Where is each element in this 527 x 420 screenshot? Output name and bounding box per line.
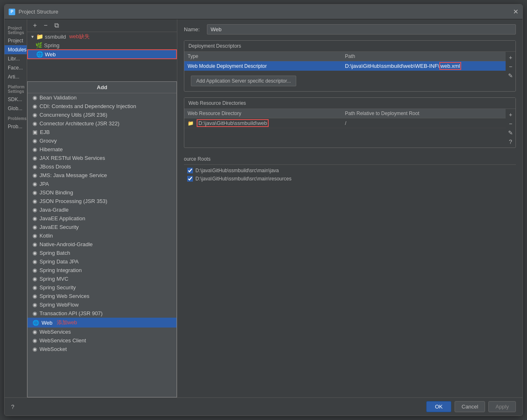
add-item-json-binding[interactable]: ◉ JSON Binding: [28, 188, 176, 197]
nav-modules[interactable]: Modules: [5, 45, 27, 54]
copy-module-button[interactable]: ⧉: [52, 21, 61, 30]
nav-artifacts[interactable]: Arti...: [5, 72, 27, 81]
jboss-icon: ◉: [33, 164, 37, 170]
nav-sidebar: Project Settings Project Modules Libr...…: [5, 19, 27, 397]
col-type: Type: [188, 53, 345, 59]
add-module-button[interactable]: +: [30, 21, 39, 30]
add-item-kotlin[interactable]: ◉ Kotlin: [28, 231, 176, 240]
nav-project[interactable]: Project: [5, 36, 27, 45]
add-item-spring-security[interactable]: ◉ Spring Security: [28, 283, 176, 292]
tree-toolbar: + − ⧉: [27, 19, 177, 32]
folder-icon: 📁: [36, 33, 43, 40]
close-button[interactable]: ✕: [513, 9, 518, 15]
module-tree: ▼ 📁 ssmbuild web缺失 🌿 Spring 🌐 Web: [27, 32, 177, 81]
spring-security-icon: ◉: [33, 284, 37, 291]
add-item-webservices[interactable]: ◉ WebServices: [28, 328, 176, 336]
apply-button[interactable]: Apply: [488, 401, 516, 412]
nav-global-libraries[interactable]: Glob...: [5, 104, 27, 113]
nav-facets[interactable]: Face...: [5, 63, 27, 72]
add-item-spring-mvc[interactable]: ◉ Spring MVC: [28, 275, 176, 283]
chevron-down-icon: ▼: [30, 35, 35, 39]
native-android-icon: ◉: [33, 241, 37, 247]
title-bar-left: P Project Structure: [9, 9, 58, 15]
add-descriptor-button[interactable]: Add Application Server specific descript…: [191, 76, 296, 86]
add-item-concurrency[interactable]: ◉ Concurrency Utils (JSR 236): [28, 111, 176, 119]
tree-item-web[interactable]: 🌐 Web: [27, 49, 177, 59]
web-res-add-btn[interactable]: +: [506, 111, 515, 119]
add-item-spring-data-jpa[interactable]: ◉ Spring Data JPA: [28, 257, 176, 266]
remove-module-button[interactable]: −: [41, 21, 50, 30]
add-item-web[interactable]: 🌐 Web 添加web: [28, 318, 176, 328]
cdi-icon: ◉: [33, 103, 37, 109]
source-root-checkbox-2[interactable]: [187, 176, 193, 182]
web-res-side-toolbar: + − ✎ ?: [506, 109, 515, 148]
add-popup: Add ◉ Bean Validation ◉ CDI: Contexts an…: [27, 81, 177, 397]
nav-problems[interactable]: Prob...: [5, 122, 27, 131]
descriptor-type: Web Module Deployment Descriptor: [188, 63, 345, 69]
descriptor-row[interactable]: Web Module Deployment Descriptor D:\java…: [184, 61, 506, 71]
cancel-button[interactable]: Cancel: [455, 401, 485, 412]
name-input[interactable]: [207, 24, 516, 35]
col-path: Path: [345, 53, 503, 59]
add-item-connector[interactable]: ◉ Connector Architecture (JSR 322): [28, 119, 176, 128]
nav-libraries[interactable]: Libr...: [5, 54, 27, 63]
add-item-webservices-client[interactable]: ◉ WebServices Client: [28, 336, 176, 345]
spring-integration-icon: ◉: [33, 267, 37, 273]
bottom-bar: ? OK Cancel Apply: [5, 397, 522, 415]
add-item-cdi[interactable]: ◉ CDI: Contexts and Dependency Injection: [28, 102, 176, 111]
webservices-client-icon: ◉: [33, 337, 37, 344]
spring-mvc-icon: ◉: [33, 276, 37, 282]
web-res-edit-btn[interactable]: ✎: [506, 129, 515, 137]
add-item-jms[interactable]: ◉ JMS: Java Message Service: [28, 171, 176, 180]
add-item-jpa[interactable]: ◉ JPA: [28, 180, 176, 188]
app-icon: P: [9, 9, 15, 15]
deployment-descriptors-table: Type Path Web Module Deployment Descript…: [184, 52, 506, 91]
add-item-spring-integration[interactable]: ◉ Spring Integration: [28, 266, 176, 275]
descriptor-add-btn[interactable]: +: [506, 53, 515, 62]
groovy-icon: ◉: [33, 138, 37, 144]
web-res-remove-btn[interactable]: −: [506, 120, 515, 128]
tree-item-ssmbuild[interactable]: ▼ 📁 ssmbuild web缺失: [27, 32, 177, 41]
concurrency-icon: ◉: [33, 112, 37, 118]
add-item-groovy[interactable]: ◉ Groovy: [28, 136, 176, 145]
add-item-spring-batch[interactable]: ◉ Spring Batch: [28, 249, 176, 257]
deployment-descriptors-section: Deployment Descriptors Type Path Web Mod…: [184, 40, 516, 92]
tree-item-spring[interactable]: 🌿 Spring: [27, 41, 177, 49]
web-res-help-btn[interactable]: ?: [506, 138, 515, 146]
platform-settings-header: Platform Settings: [5, 81, 27, 95]
web-item-icon: 🌐: [33, 320, 39, 326]
add-item-jax-rest[interactable]: ◉ JAX RESTful Web Services: [28, 154, 176, 162]
web-res-dir-cell: 📁 D:\java\GitHub\ssmbuild\web: [188, 120, 345, 126]
nav-sdks[interactable]: SDK...: [5, 95, 27, 104]
descriptor-remove-btn[interactable]: −: [506, 62, 515, 71]
add-item-jboss[interactable]: ◉ JBoss Drools: [28, 162, 176, 171]
add-item-spring-ws[interactable]: ◉ Spring Web Services: [28, 292, 176, 300]
web-resource-dirs-title: Web Resource Directories: [184, 98, 515, 109]
add-item-websocket[interactable]: ◉ WebSocket: [28, 345, 176, 353]
web-icon: 🌐: [36, 51, 43, 58]
add-item-transaction-api[interactable]: ◉ Transaction API (JSR 907): [28, 309, 176, 318]
source-root-row-1: D:\java\GitHub\ssmbuild\src\main\java: [184, 166, 516, 175]
right-content: Name: Deployment Descriptors Type Path: [177, 19, 522, 397]
deployment-descriptors-content: Type Path Web Module Deployment Descript…: [184, 52, 515, 91]
web-resource-row[interactable]: 📁 D:\java\GitHub\ssmbuild\web /: [184, 118, 506, 128]
add-item-spring-webflow[interactable]: ◉ Spring WebFlow: [28, 300, 176, 309]
add-item-java-gradle[interactable]: ◉ Java-Gradle: [28, 205, 176, 214]
add-item-hibernate[interactable]: ◉ Hibernate: [28, 145, 176, 154]
source-root-checkbox-1[interactable]: [187, 168, 193, 173]
add-item-ejb[interactable]: ▣ EJB: [28, 128, 176, 136]
add-item-javaee-security[interactable]: ◉ JavaEE Security: [28, 223, 176, 231]
name-row: Name:: [184, 24, 516, 35]
add-item-json-processing[interactable]: ◉ JSON Processing (JSR 353): [28, 197, 176, 205]
web-dir-path-highlight: D:\java\GitHub\ssmbuild\web: [197, 119, 269, 127]
add-item-javaee-app[interactable]: ◉ JavaEE Application: [28, 214, 176, 223]
help-icon[interactable]: ?: [11, 404, 14, 410]
web-res-header: Web Resource Directory Path Relative to …: [184, 109, 506, 118]
bean-validation-icon: ◉: [33, 95, 37, 101]
ok-button[interactable]: OK: [426, 401, 451, 412]
add-item-bean-validation[interactable]: ◉ Bean Validation: [28, 93, 176, 102]
spring-icon: 🌿: [35, 42, 42, 48]
spring-data-jpa-icon: ◉: [33, 258, 37, 265]
descriptor-edit-btn[interactable]: ✎: [506, 72, 515, 80]
add-item-native-android[interactable]: ◉ Native-Android-Gradle: [28, 240, 176, 249]
